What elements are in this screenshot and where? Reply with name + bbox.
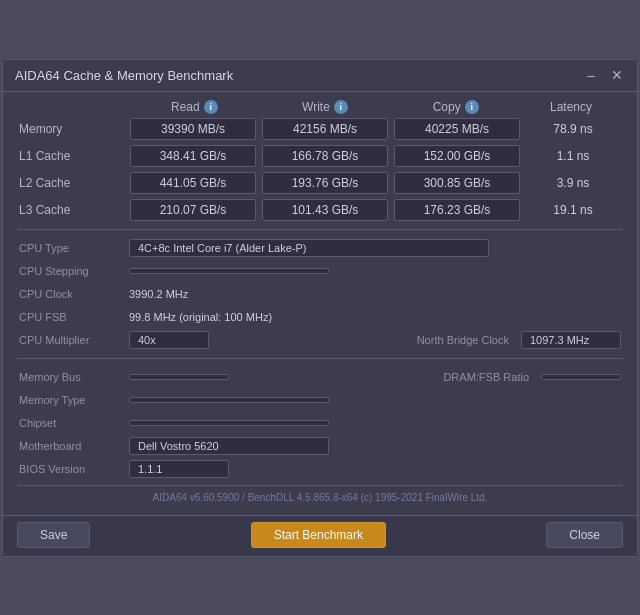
l3-copy: 176.23 GB/s — [394, 199, 520, 221]
memory-latency: 78.9 ns — [523, 122, 623, 136]
multiplier-left: CPU Multiplier 40x — [19, 331, 417, 349]
title-controls: – ✕ — [585, 68, 625, 82]
latency-column-header: Latency — [521, 100, 621, 114]
row-label-l1: L1 Cache — [17, 149, 127, 163]
cpu-multiplier-label: CPU Multiplier — [19, 334, 129, 346]
write-column-header: Write i — [260, 100, 391, 114]
write-info-icon[interactable]: i — [334, 100, 348, 114]
motherboard-label: Motherboard — [19, 440, 129, 452]
memory-bus-left: Memory Bus — [19, 371, 443, 383]
cpu-clock-row: CPU Clock 3990.2 MHz — [19, 284, 621, 304]
cpu-fsb-label: CPU FSB — [19, 311, 129, 323]
copy-info-icon[interactable]: i — [465, 100, 479, 114]
window-title: AIDA64 Cache & Memory Benchmark — [15, 68, 233, 83]
bottom-bar: Save Start Benchmark Close — [3, 515, 637, 556]
chipset-label: Chipset — [19, 417, 129, 429]
main-content: Read i Write i Copy i Latency Memory 393… — [3, 92, 637, 515]
footer-text: AIDA64 v6.60.5900 / BenchDLL 4.5.865.8-x… — [17, 485, 623, 507]
section-divider — [17, 229, 623, 230]
cpu-stepping-row: CPU Stepping — [19, 261, 621, 281]
l3-write: 101.43 GB/s — [262, 199, 388, 221]
chipset-value — [129, 420, 329, 426]
north-bridge-right: North Bridge Clock 1097.3 MHz — [417, 331, 621, 349]
cpu-type-label: CPU Type — [19, 242, 129, 254]
bios-value: 1.1.1 — [129, 460, 229, 478]
l1-latency: 1.1 ns — [523, 149, 623, 163]
l3-latency: 19.1 ns — [523, 203, 623, 217]
memory-copy: 40225 MB/s — [394, 118, 520, 140]
column-headers: Read i Write i Copy i Latency — [17, 100, 623, 114]
memory-bus-label: Memory Bus — [19, 371, 129, 383]
cpu-stepping-value — [129, 268, 329, 274]
dram-right: DRAM:FSB Ratio — [443, 371, 621, 383]
dram-fsb-label: DRAM:FSB Ratio — [443, 371, 529, 383]
memory-bus-value — [129, 374, 229, 380]
cpu-clock-label: CPU Clock — [19, 288, 129, 300]
memory-type-value — [129, 397, 329, 403]
north-bridge-label: North Bridge Clock — [417, 334, 509, 346]
cpu-fsb-row: CPU FSB 99.8 MHz (original: 100 MHz) — [19, 307, 621, 327]
close-title-button[interactable]: ✕ — [609, 68, 625, 82]
row-label-l3: L3 Cache — [17, 203, 127, 217]
l1-write: 166.78 GB/s — [262, 145, 388, 167]
read-info-icon[interactable]: i — [204, 100, 218, 114]
cpu-stepping-label: CPU Stepping — [19, 265, 129, 277]
section-divider-2 — [17, 358, 623, 359]
l1-copy: 152.00 GB/s — [394, 145, 520, 167]
cpu-fsb-value: 99.8 MHz (original: 100 MHz) — [129, 309, 272, 325]
chipset-row: Chipset — [19, 413, 621, 433]
cpu-multiplier-value: 40x — [129, 331, 209, 349]
bios-label: BIOS Version — [19, 463, 129, 475]
l2-read: 441.05 GB/s — [130, 172, 256, 194]
row-label-memory: Memory — [17, 122, 127, 136]
motherboard-row: Motherboard Dell Vostro 5620 — [19, 436, 621, 456]
cpu-type-value: 4C+8c Intel Core i7 (Alder Lake-P) — [129, 239, 489, 257]
l2-write: 193.76 GB/s — [262, 172, 388, 194]
main-window: AIDA64 Cache & Memory Benchmark – ✕ Read… — [2, 59, 638, 557]
memory-type-label: Memory Type — [19, 394, 129, 406]
memory-read: 39390 MB/s — [130, 118, 256, 140]
table-row: L1 Cache 348.41 GB/s 166.78 GB/s 152.00 … — [17, 145, 623, 167]
north-bridge-value: 1097.3 MHz — [521, 331, 621, 349]
start-benchmark-button[interactable]: Start Benchmark — [251, 522, 386, 548]
cpu-type-row: CPU Type 4C+8c Intel Core i7 (Alder Lake… — [19, 238, 621, 258]
l2-copy: 300.85 GB/s — [394, 172, 520, 194]
save-button[interactable]: Save — [17, 522, 90, 548]
table-row: Memory 39390 MB/s 42156 MB/s 40225 MB/s … — [17, 118, 623, 140]
cpu-multiplier-row: CPU Multiplier 40x North Bridge Clock 10… — [19, 330, 621, 350]
motherboard-value: Dell Vostro 5620 — [129, 437, 329, 455]
bios-row: BIOS Version 1.1.1 — [19, 459, 621, 479]
l1-read: 348.41 GB/s — [130, 145, 256, 167]
memory-info-section: Memory Bus DRAM:FSB Ratio Memory Type Ch… — [17, 367, 623, 479]
copy-column-header: Copy i — [390, 100, 521, 114]
l3-read: 210.07 GB/s — [130, 199, 256, 221]
title-bar: AIDA64 Cache & Memory Benchmark – ✕ — [3, 60, 637, 92]
memory-bus-row: Memory Bus DRAM:FSB Ratio — [19, 367, 621, 387]
table-row: L3 Cache 210.07 GB/s 101.43 GB/s 176.23 … — [17, 199, 623, 221]
benchmark-data: Memory 39390 MB/s 42156 MB/s 40225 MB/s … — [17, 118, 623, 221]
table-row: L2 Cache 441.05 GB/s 193.76 GB/s 300.85 … — [17, 172, 623, 194]
close-button[interactable]: Close — [546, 522, 623, 548]
cpu-info-section: CPU Type 4C+8c Intel Core i7 (Alder Lake… — [17, 238, 623, 350]
minimize-button[interactable]: – — [585, 68, 597, 82]
memory-type-row: Memory Type — [19, 390, 621, 410]
read-column-header: Read i — [129, 100, 260, 114]
l2-latency: 3.9 ns — [523, 176, 623, 190]
dram-fsb-value — [541, 374, 621, 380]
row-label-l2: L2 Cache — [17, 176, 127, 190]
cpu-clock-value: 3990.2 MHz — [129, 286, 188, 302]
memory-write: 42156 MB/s — [262, 118, 388, 140]
